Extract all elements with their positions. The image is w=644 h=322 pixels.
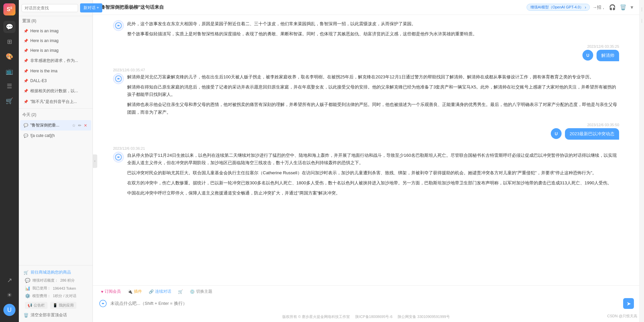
main-panel: "鲁智深倒把垂杨柳"这句话来自 增强AI模型（OpenAI GPT-4.0） ›…	[93, 0, 639, 322]
bulletin-btn[interactable]: 📢 公告栏	[25, 302, 47, 309]
expand-icon[interactable]: ▾	[630, 3, 634, 11]
tokens-icon: 📊	[25, 286, 30, 291]
chat-bottom: ♥ 订阅会员 🔌 插件 🔗 连续对话 🛒 💿 切换主题	[93, 285, 639, 322]
star-icon[interactable]: ☆	[71, 123, 76, 128]
my-apps-btn[interactable]: 📱 我的应用	[50, 302, 76, 309]
subscribe-btn[interactable]: ♥ 订阅会员	[98, 288, 123, 295]
user-avatar: U	[582, 50, 593, 61]
nav-user-icon[interactable]: U	[3, 304, 15, 316]
chevron-right-icon: ›	[585, 5, 586, 10]
bulletin-icon: 📢	[28, 303, 32, 308]
svg-text:U: U	[555, 132, 558, 136]
headphone-icon[interactable]: 🎧	[608, 3, 616, 11]
nav-share-icon[interactable]: ↗	[3, 274, 15, 286]
nav-sun-icon[interactable]: ☀	[3, 289, 15, 301]
sidebar-divider	[19, 108, 93, 109]
sidebar-collapse-toggle[interactable]: ‹	[93, 154, 97, 168]
shopping-icon: 🛒	[178, 289, 183, 294]
assistant-avatar	[113, 152, 124, 163]
ai-model-badge[interactable]: 增强AI模型（OpenAI GPT-4.0） ›	[527, 4, 590, 11]
list-item[interactable]: 📌 Here is an imag	[20, 46, 91, 55]
list-item[interactable]: 📌 DALL-E3	[20, 76, 91, 85]
conversation-title: "鲁智深倒把垂杨柳"这句话来自	[98, 4, 524, 10]
csdn-badge: CSDN @只恨天高	[607, 314, 637, 319]
ai-model-label: 增强AI模型（OpenAI GPT-4.0）	[530, 5, 583, 10]
chat-icon: 💬	[24, 123, 28, 128]
pin-icon: 📌	[24, 69, 28, 73]
stats-tokens: 📊 我已使用： 196443 Token	[22, 284, 90, 292]
list-item[interactable]: 📌 Here is an imag	[20, 26, 91, 36]
model-option-label: →招，	[593, 4, 606, 10]
right-edge-icon-2: |	[641, 18, 642, 23]
stats-model-cost: ⚙️ 模型费用： 1积分 / 次对话	[22, 292, 90, 300]
list-item-active[interactable]: 💬 "鲁智深倒把垂... ☆ ✏ ✕	[20, 120, 91, 131]
credits-icon: 💬	[25, 278, 30, 283]
chat-message-2: 2023/12/6 03:35:25 解清帅 U	[113, 44, 619, 61]
plugin-btn[interactable]: 🔌 插件	[125, 288, 145, 295]
item-actions: ☆ ✏ ✕	[71, 123, 88, 128]
list-item[interactable]: 💬 ![a cute cat](h	[20, 131, 91, 140]
app-logo: Sii	[3, 3, 15, 15]
delete-icon[interactable]: ✕	[83, 123, 88, 128]
nav-list-icon[interactable]: ☰	[3, 80, 15, 92]
new-chat-button[interactable]: 新对话 +	[80, 3, 102, 12]
icon-bar: Sii 💬 ⊞ 🎨 📺 ☰ 🛒 ↗ ☀ U	[0, 0, 19, 322]
pin-icon: 📌	[24, 48, 28, 53]
message-time: 2023/12/6 03:35:47	[113, 68, 145, 72]
bottom-tools: ♥ 订阅会员 🔌 插件 🔗 连续对话 🛒 💿 切换主题	[93, 286, 639, 295]
pin-icon: 📌	[24, 79, 28, 83]
nav-cart-icon[interactable]: 🛒	[3, 95, 15, 107]
shop-icon: 🛒	[24, 270, 29, 275]
message-row: 自从停火协议于11月24日生效以来，以色列在连续第二天继续对加沙进行了猛烈的空中…	[113, 152, 619, 197]
input-area: ➤	[93, 295, 639, 313]
cd-icon: 💿	[190, 289, 195, 294]
search-input[interactable]	[22, 4, 78, 12]
right-edge: | |	[639, 0, 644, 322]
nav-tv-icon[interactable]: 📺	[3, 65, 15, 77]
chat-message-1: 此外，这个故事发生在东京大相国寺，原因是菜园子附近住着二、三十个泼皮，他们常来菜…	[113, 20, 619, 38]
today-section-title: 今天 (2)	[19, 110, 93, 120]
user-avatar: U	[551, 128, 562, 139]
link-icon: 🔗	[149, 289, 154, 294]
continuous-dialog-btn[interactable]: 🔗 连续对话	[146, 288, 174, 295]
assistant-message-content: 此外，这个故事发生在东京大相国寺，原因是菜园子附近住着二、三十个泼皮，他们常来菜…	[127, 20, 477, 38]
chat-message-3: 2023/12/6 03:35:47 解清帅是河北亿万富豪解克锋的儿子，他在出生…	[113, 68, 619, 116]
list-item[interactable]: 📌 根据相关的统计数据，以...	[20, 86, 91, 96]
nav-chat-icon[interactable]: 💬	[3, 21, 15, 33]
sidebar-header: 新对话 +	[19, 0, 93, 16]
pinned-section-title: 置顶 (8)	[19, 16, 93, 26]
shopping-btn[interactable]: 🛒	[175, 288, 186, 295]
footer-bar: 版权所有 © 赛步星火提金网络科技工作室 陕ICP备18008695号-6 陕公…	[93, 313, 639, 322]
list-item[interactable]: 📌 非常感谢您的请求，作为...	[20, 56, 91, 66]
security-text: 陕公网安备 33010909591999号	[398, 314, 450, 319]
assistant-message-content: 自从停火协议于11月24日生效以来，以色列在连续第二天继续对加沙进行了猛烈的空中…	[127, 152, 619, 197]
header-icons: 🎧 🗑️ ▾	[608, 3, 634, 11]
right-edge-icon-1: |	[641, 7, 642, 11]
logo-text: Sii	[7, 6, 12, 12]
user-bubble: 2023最新巴以冲突动态	[565, 128, 619, 140]
list-item[interactable]: 📌 Here is an imag	[20, 36, 91, 45]
sidebar-bottom: 🛒 前往商城选购您的商品 💬 增强对话额度： 286 积分 📊 我已使用： 19…	[19, 265, 93, 322]
copyright-text: 版权所有 © 赛步星火提金网络科技工作室	[282, 314, 350, 319]
message-row: 2023最新巴以冲突动态 U	[551, 128, 619, 140]
nav-grid-icon[interactable]: ⊞	[3, 36, 15, 48]
list-item[interactable]: 📌 Here is the ima	[20, 66, 91, 76]
plugin-icon: 🔌	[128, 289, 133, 294]
shop-link[interactable]: 🛒 前往商城选购您的商品	[22, 268, 90, 277]
delete-icon[interactable]: 🗑️	[619, 3, 627, 11]
message-row: 解清帅 U	[582, 50, 619, 61]
apps-icon: 📱	[53, 303, 58, 308]
message-time: 2023/12/6 03:35:50	[587, 123, 619, 127]
edit-icon[interactable]: ✏	[77, 123, 82, 128]
icp-text: 陕ICP备18008695号-6	[355, 314, 392, 319]
main-header: "鲁智深倒把垂杨柳"这句话来自 增强AI模型（OpenAI GPT-4.0） ›…	[93, 0, 639, 15]
assistant-message-content: 解清帅是河北亿万富豪解克锋的儿子，他在出生后100天被人贩子拐走，被李姓家庭收养…	[127, 73, 619, 116]
theme-btn[interactable]: 💿 切换主题	[187, 288, 215, 295]
list-item[interactable]: 📌 "陈不凡"是在抖音平台上...	[20, 97, 91, 107]
pin-icon: 📌	[24, 39, 28, 43]
send-button[interactable]: ➤	[623, 298, 634, 309]
nav-paint-icon[interactable]: 🎨	[3, 50, 15, 63]
clear-btn[interactable]: 🗑️ 清空全部非置顶会话	[22, 311, 90, 319]
chat-input[interactable]	[110, 299, 620, 308]
sidebar-list: 置顶 (8) 📌 Here is an imag 📌 Here is an im…	[19, 16, 93, 265]
